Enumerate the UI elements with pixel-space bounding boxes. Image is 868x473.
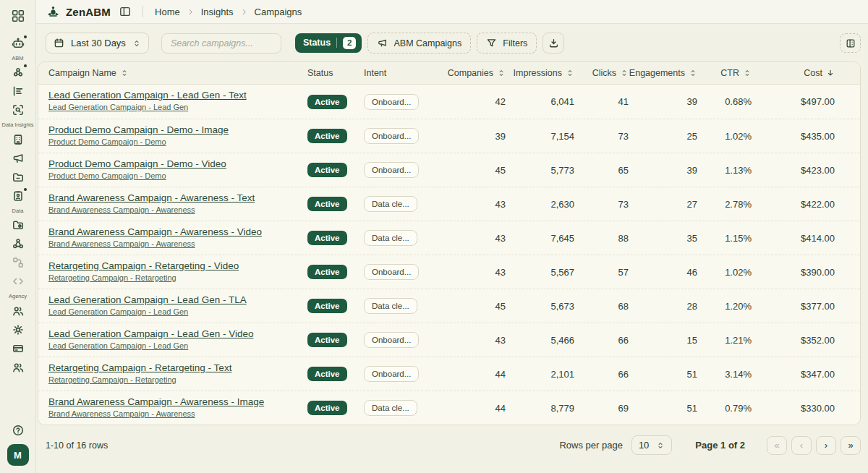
cluster-icon[interactable] bbox=[12, 66, 25, 79]
help-icon[interactable] bbox=[12, 424, 25, 437]
table-row: Product Demo Campaign - Demo - Video Pro… bbox=[38, 153, 860, 187]
engagements-cell: 15 bbox=[629, 335, 697, 346]
intent-button[interactable]: Data cle... bbox=[364, 298, 417, 314]
cost-cell: $330.00 bbox=[752, 403, 835, 414]
team-icon[interactable] bbox=[12, 304, 25, 318]
rows-per-page-label: Rows per page bbox=[559, 440, 622, 451]
intent-button[interactable]: Onboard... bbox=[364, 264, 419, 280]
column-header-companies[interactable]: Companies bbox=[443, 68, 506, 78]
campaign-group-link[interactable]: Product Demo Campaign - Demo bbox=[48, 137, 307, 146]
campaign-link[interactable]: Product Demo Campaign - Demo - Image bbox=[48, 124, 307, 135]
column-header-ctr[interactable]: CTR bbox=[697, 68, 752, 78]
campaign-group-link[interactable]: Product Demo Campaign - Demo bbox=[48, 171, 307, 180]
column-header-intent[interactable]: Intent bbox=[364, 68, 443, 78]
building-icon[interactable] bbox=[12, 133, 25, 146]
intent-button[interactable]: Onboard... bbox=[364, 162, 419, 178]
column-settings-button[interactable] bbox=[840, 33, 861, 53]
column-header-impressions[interactable]: Impressions bbox=[506, 68, 574, 78]
date-range-select[interactable]: Last 30 Days bbox=[46, 33, 149, 54]
impressions-cell: 2,101 bbox=[506, 369, 574, 380]
first-page-button[interactable]: « bbox=[767, 436, 787, 455]
table-row: Lead Generation Campaign - Lead Gen - Vi… bbox=[38, 323, 860, 357]
billing-card-icon[interactable] bbox=[12, 342, 25, 355]
last-page-button[interactable]: » bbox=[841, 436, 861, 455]
user-avatar[interactable]: M bbox=[7, 444, 29, 466]
table-row: Brand Awareness Campaign - Awareness - I… bbox=[38, 391, 860, 425]
megaphone-icon[interactable] bbox=[12, 152, 25, 165]
campaign-link[interactable]: Retargeting Campaign - Retargeting - Vid… bbox=[48, 260, 307, 271]
column-header-engagements[interactable]: Engagements bbox=[629, 68, 697, 78]
next-page-button[interactable]: › bbox=[816, 436, 836, 455]
export-download-button[interactable] bbox=[542, 33, 564, 54]
table-header-row: Campaign Name Status Intent Companies Im… bbox=[38, 62, 860, 85]
campaign-group-link[interactable]: Lead Generation Campaign - Lead Gen bbox=[48, 307, 307, 316]
settings-gear-icon[interactable] bbox=[12, 323, 25, 336]
campaign-group-link[interactable]: Brand Awareness Campaign - Awareness bbox=[48, 409, 307, 418]
previous-page-button[interactable]: ‹ bbox=[791, 436, 812, 455]
bot-icon[interactable] bbox=[12, 37, 25, 50]
companies-cell: 44 bbox=[443, 403, 506, 414]
campaign-link[interactable]: Brand Awareness Campaign - Awareness - I… bbox=[48, 396, 307, 407]
column-header-status[interactable]: Status bbox=[307, 68, 364, 78]
intent-button[interactable]: Onboard... bbox=[364, 128, 419, 144]
column-header-campaign-name[interactable]: Campaign Name bbox=[48, 68, 307, 78]
filters-button[interactable]: Filters bbox=[477, 33, 537, 54]
campaign-link[interactable]: Lead Generation Campaign - Lead Gen - Te… bbox=[48, 90, 307, 101]
folder-icon[interactable] bbox=[12, 171, 25, 184]
search-input[interactable] bbox=[161, 33, 281, 54]
apps-grid-icon[interactable] bbox=[12, 9, 25, 22]
status-cell: Active bbox=[307, 95, 364, 109]
column-header-clicks[interactable]: Clicks bbox=[574, 68, 629, 78]
status-cell: Active bbox=[307, 299, 364, 313]
campaign-link[interactable]: Lead Generation Campaign - Lead Gen - Vi… bbox=[48, 328, 307, 339]
breadcrumb-home[interactable]: Home bbox=[155, 7, 180, 17]
campaign-link[interactable]: Lead Generation Campaign - Lead Gen - TL… bbox=[48, 294, 307, 305]
header-divider bbox=[142, 6, 143, 17]
abm-campaigns-button[interactable]: ABM Campaigns bbox=[367, 33, 471, 54]
campaign-group-link[interactable]: Lead Generation Campaign - Lead Gen bbox=[48, 103, 307, 111]
pagination: « ‹ › » bbox=[767, 436, 861, 455]
clicks-cell: 68 bbox=[574, 301, 629, 312]
intent-button[interactable]: Data cle... bbox=[364, 196, 417, 212]
campaign-group-link[interactable]: Lead Generation Campaign - Lead Gen bbox=[48, 341, 307, 350]
campaign-group-link[interactable]: Brand Awareness Campaign - Awareness bbox=[48, 239, 307, 248]
intent-button[interactable]: Onboard... bbox=[364, 366, 419, 382]
breadcrumb-campaigns[interactable]: Campaigns bbox=[255, 7, 302, 17]
intent-button[interactable]: Data cle... bbox=[364, 230, 417, 246]
status-filter-button[interactable]: Status 2 bbox=[295, 33, 362, 54]
campaign-link[interactable]: Product Demo Campaign - Demo - Video bbox=[48, 158, 307, 169]
id-badge-icon[interactable] bbox=[12, 189, 25, 203]
panel-toggle-icon[interactable] bbox=[119, 6, 131, 17]
rows-per-page: Rows per page 10 bbox=[559, 435, 672, 455]
engagements-cell: 27 bbox=[629, 199, 697, 210]
engagements-cell: 51 bbox=[629, 403, 697, 414]
status-badge: Active bbox=[307, 129, 347, 143]
clicks-cell: 66 bbox=[574, 369, 629, 380]
status-filter-divider bbox=[336, 38, 337, 48]
sort-icon bbox=[120, 69, 129, 77]
companies-cell: 43 bbox=[443, 199, 506, 210]
intent-button[interactable]: Onboard... bbox=[364, 94, 419, 110]
rows-per-page-select[interactable]: 10 bbox=[631, 435, 672, 455]
users-icon[interactable] bbox=[12, 361, 25, 374]
columns-icon bbox=[846, 38, 856, 48]
campaign-link[interactable]: Retargeting Campaign - Retargeting - Tex… bbox=[48, 362, 307, 373]
report-list-icon[interactable] bbox=[12, 85, 25, 98]
column-header-cost[interactable]: Cost bbox=[752, 68, 835, 78]
folder-settings-icon[interactable] bbox=[12, 218, 25, 231]
campaign-group-link[interactable]: Retargeting Campaign - Retargeting bbox=[48, 375, 307, 384]
breadcrumb-insights[interactable]: Insights bbox=[201, 7, 234, 17]
status-badge: Active bbox=[307, 231, 347, 245]
campaign-group-link[interactable]: Retargeting Campaign - Retargeting bbox=[48, 273, 307, 282]
code-icon[interactable] bbox=[12, 275, 25, 288]
webhook-icon[interactable] bbox=[12, 237, 25, 250]
campaign-group-link[interactable]: Brand Awareness Campaign - Awareness bbox=[48, 205, 307, 214]
impressions-cell: 6,041 bbox=[506, 96, 574, 107]
nodes-icon[interactable] bbox=[12, 256, 25, 269]
intent-button[interactable]: Data cle... bbox=[364, 400, 417, 416]
campaign-name-cell: Brand Awareness Campaign - Awareness - V… bbox=[48, 226, 307, 250]
campaign-link[interactable]: Brand Awareness Campaign - Awareness - T… bbox=[48, 192, 307, 203]
scan-search-icon[interactable] bbox=[12, 103, 25, 116]
campaign-link[interactable]: Brand Awareness Campaign - Awareness - V… bbox=[48, 226, 307, 237]
intent-button[interactable]: Onboard... bbox=[364, 332, 419, 348]
